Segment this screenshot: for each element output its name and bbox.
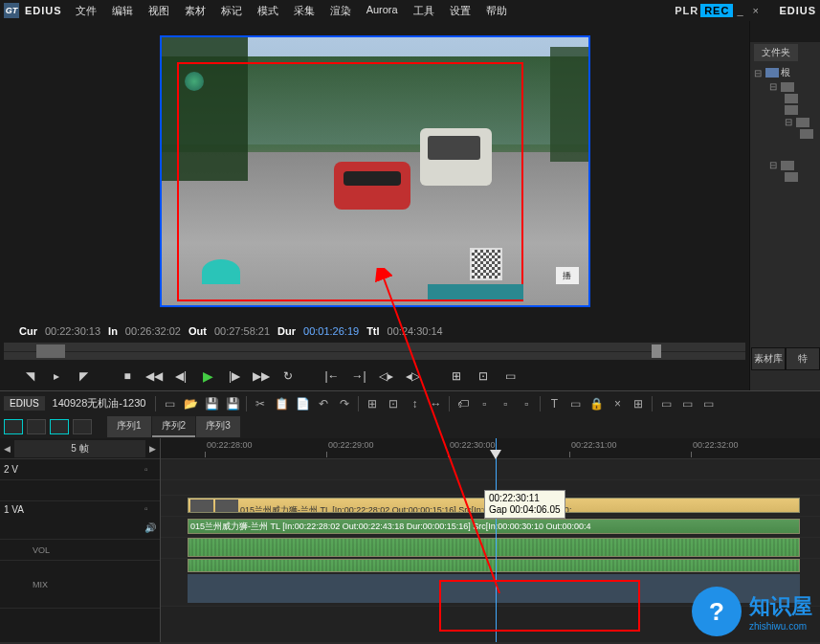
seq-tab-2[interactable]: 序列2 [152,416,196,437]
save-button[interactable]: 💾 [202,395,221,412]
play-button[interactable]: ▶ [197,367,218,385]
set-in-button[interactable]: ◥ [19,367,40,385]
ripple-mode-button[interactable] [50,419,69,434]
tool-button[interactable]: ▫ [517,395,536,412]
tool-button[interactable]: ⊞ [363,395,382,412]
expand-icon[interactable]: ⊟ [785,117,794,127]
prev-frame-button[interactable]: ◀| [170,367,191,385]
tree-root[interactable]: ⊟根 [754,65,816,80]
audio-waveform[interactable] [188,538,800,557]
tool-button[interactable]: ⊡ [384,395,403,412]
toggle-icon[interactable]: ▫ [144,464,156,476]
cut-button[interactable]: ✂ [251,395,270,412]
tc-ttl[interactable]: 00:24:30:14 [388,325,443,337]
menu-capture[interactable]: 采集 [288,2,321,20]
save-as-button[interactable]: 💾 [223,395,242,412]
tool-button[interactable]: ⊞ [629,395,648,412]
tc-dur[interactable]: 00:01:26:19 [303,325,359,337]
scrub-handle[interactable] [652,344,661,358]
expand-icon[interactable]: ⊟ [769,160,779,170]
tree-item[interactable]: ⊟ [754,80,816,93]
tree-item[interactable] [754,171,816,183]
open-button[interactable]: 📂 [181,395,200,412]
tc-in[interactable]: 00:26:32:02 [125,325,181,337]
tool-button[interactable]: 🏷 [454,395,473,412]
overwrite-mode-button[interactable] [27,419,46,434]
track-lane-v2[interactable] [161,459,820,480]
menu-aurora[interactable]: Aurora [361,2,404,20]
expand-icon[interactable]: ⊟ [769,81,779,92]
zoom-in-button[interactable]: ▶ [149,444,156,454]
tool-button[interactable]: 🔒 [587,395,606,412]
tool-button[interactable]: ▭ [565,395,585,412]
tool-button[interactable]: ↔ [426,395,445,412]
audio-waveform-2[interactable] [188,559,800,572]
tree-item[interactable] [754,128,816,140]
track-header-mix[interactable]: MIX [0,561,160,609]
go-out-button[interactable]: →| [348,367,369,385]
track-lane-vol[interactable] [161,538,820,559]
plr-rec-toggle[interactable]: PLR REC [675,4,733,17]
rewind-button[interactable]: ◀◀ [144,367,165,385]
menu-edit[interactable]: 编辑 [106,2,139,20]
menu-render[interactable]: 渲染 [324,2,357,20]
zoom-value[interactable]: 5 帧 [14,440,145,457]
menu-help[interactable]: 帮助 [480,2,513,20]
replace-button[interactable]: ▭ [499,367,521,385]
set-in-2-button[interactable]: ▸ [46,367,67,385]
insert-button[interactable]: ⊞ [446,367,467,385]
copy-button[interactable]: 📋 [272,395,291,412]
audio-icon[interactable]: 🔊 [144,522,156,534]
tool-button[interactable]: × [608,395,627,412]
tool-button[interactable]: ▭ [698,395,718,412]
jog-fwd-button[interactable]: ◂▷ [402,367,423,385]
video-preview[interactable]: 播 [160,35,590,307]
toggle-icon[interactable]: ▫ [144,503,156,515]
tree-item[interactable] [754,93,816,104]
seq-tab-3[interactable]: 序列3 [196,416,240,437]
sync-mode-button[interactable] [73,419,92,434]
tc-out[interactable]: 00:27:58:21 [214,325,270,337]
tool-button[interactable]: ↕ [405,395,424,412]
menu-file[interactable]: 文件 [70,2,102,20]
menu-view[interactable]: 视图 [143,2,175,20]
fforward-button[interactable]: ▶▶ [251,367,272,385]
menu-settings[interactable]: 设置 [444,2,476,20]
time-ruler[interactable]: 00:22:28:00 00:22:29:00 00:22:30:00 00:2… [161,438,820,459]
tool-button[interactable]: ▭ [677,395,697,412]
menu-marker[interactable]: 标记 [215,2,248,20]
audio-clip[interactable]: 015兰州威力狮-兰州 TL [In:00:22:28:02 Out:00:22… [188,519,800,534]
undo-button[interactable]: ↶ [314,395,333,412]
tool-button[interactable]: ▭ [656,395,676,412]
tree-item[interactable]: ⊟ [754,116,816,128]
track-header-vol[interactable]: VOL [0,540,160,561]
stop-button[interactable]: ■ [117,367,138,385]
close-button[interactable]: × [752,5,764,16]
collapse-icon[interactable]: ⊟ [754,68,764,78]
menu-tools[interactable]: 工具 [408,2,440,20]
paste-button[interactable]: 📄 [293,395,312,412]
track-header-va1[interactable]: 1 VA ▫ 🔊 [0,501,160,540]
menu-clip[interactable]: 素材 [179,2,211,20]
loop-button[interactable]: ↻ [277,367,299,385]
tab-effects[interactable]: 特 [786,347,820,370]
menu-mode[interactable]: 模式 [252,2,284,20]
track-header-v2[interactable]: 2 V ▫ [0,459,160,480]
tool-button[interactable]: ▫ [496,395,515,412]
seq-tab-1[interactable]: 序列1 [107,416,151,437]
bin-folder-tab[interactable]: 文件夹 [754,44,798,61]
playhead[interactable] [496,438,497,642]
insert-mode-button[interactable] [4,419,23,434]
tool-button[interactable]: T [544,395,564,412]
tree-item[interactable]: ⊟ [754,159,816,171]
scrub-range-box[interactable] [36,344,65,358]
redo-button[interactable]: ↷ [335,395,354,412]
tc-cur[interactable]: 00:22:30:13 [45,325,100,337]
tab-bin[interactable]: 素材库 [751,347,786,370]
tool-button[interactable]: ▫ [475,395,494,412]
jog-back-button[interactable]: ◁▸ [375,367,396,385]
next-frame-button[interactable]: |▶ [224,367,245,385]
new-sequence-button[interactable]: ▭ [160,395,179,412]
set-out-button[interactable]: ◤ [73,367,94,385]
zoom-out-button[interactable]: ◀ [4,444,11,454]
